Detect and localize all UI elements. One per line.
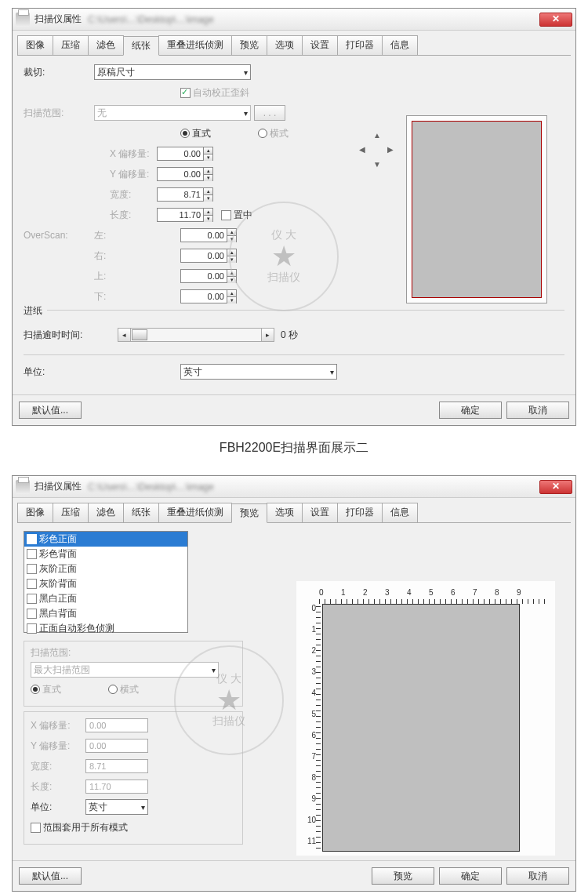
landscape-radio[interactable] xyxy=(108,685,118,694)
length-input[interactable]: 11.70 xyxy=(85,780,148,794)
unit-select[interactable]: 英寸 xyxy=(180,364,337,380)
tab-preview[interactable]: 预览 xyxy=(231,35,267,55)
crop-select[interactable]: 原稿尺寸 xyxy=(94,64,251,80)
length-label: 长度: xyxy=(31,780,85,794)
overscan-top-input[interactable]: 0.00 xyxy=(180,269,227,283)
list-item-label: 灰阶背面 xyxy=(39,577,77,591)
close-button[interactable]: ✕ xyxy=(539,480,572,494)
overscan-top-spinner[interactable]: ▴▾ xyxy=(227,269,237,283)
tab-bar: 图像 压缩 滤色 纸张 重叠进纸侦测 预览 选项 设置 打印器 信息 xyxy=(17,35,571,56)
x-offset-spinner[interactable]: ▴▾ xyxy=(204,147,213,161)
tab-info[interactable]: 信息 xyxy=(382,35,418,55)
nudge-down-icon[interactable]: ▼ xyxy=(373,160,381,169)
mode-listbox[interactable]: 彩色正面彩色背面灰阶正面灰阶背面黑白正面黑白背面正面自动彩色侦测 xyxy=(24,531,188,633)
ok-button[interactable]: 确定 xyxy=(439,867,502,885)
list-item-checkbox[interactable] xyxy=(27,623,37,634)
tab-image[interactable]: 图像 xyxy=(17,35,53,55)
portrait-radio[interactable] xyxy=(31,685,40,694)
length-spinner[interactable]: ▴▾ xyxy=(204,208,213,222)
timeout-slider[interactable]: ◂ ▸ xyxy=(118,328,274,342)
cancel-button[interactable]: 取消 xyxy=(506,867,569,885)
tab-compress[interactable]: 压缩 xyxy=(53,503,89,522)
scan-area-select[interactable]: 最大扫描范围 xyxy=(31,662,219,678)
overscan-bottom-input[interactable]: 0.00 xyxy=(180,289,227,303)
list-item-checkbox[interactable] xyxy=(27,549,37,559)
paper-preview xyxy=(406,115,547,303)
scan-area-browse-button[interactable]: . . . xyxy=(254,105,285,121)
tab-settings[interactable]: 设置 xyxy=(302,503,338,522)
nudge-left-icon[interactable]: ◀ xyxy=(359,145,365,154)
bottom-label: 下: xyxy=(94,290,180,303)
overscan-left-input[interactable]: 0.00 xyxy=(180,228,227,242)
tab-compress[interactable]: 压缩 xyxy=(53,35,89,55)
landscape-radio[interactable] xyxy=(258,129,267,138)
preview-button[interactable]: 预览 xyxy=(372,867,434,885)
list-item-checkbox[interactable] xyxy=(27,579,37,589)
list-item-label: 黑白背面 xyxy=(39,607,77,620)
width-input[interactable]: 8.71 xyxy=(85,759,148,773)
nudge-right-icon[interactable]: ▶ xyxy=(387,145,394,154)
default-button[interactable]: 默认值... xyxy=(19,402,82,419)
list-item-checkbox[interactable] xyxy=(27,564,37,574)
auto-deskew-checkbox[interactable] xyxy=(180,88,191,98)
slider-left-icon[interactable]: ◂ xyxy=(118,329,131,341)
tab-options[interactable]: 选项 xyxy=(267,503,303,522)
tab-printer[interactable]: 打印器 xyxy=(337,35,383,55)
list-item-checkbox[interactable] xyxy=(27,594,37,604)
center-label: 置中 xyxy=(234,209,252,222)
y-offset-input[interactable]: 0.00 xyxy=(85,739,148,753)
unit-select[interactable]: 英寸 xyxy=(85,799,148,815)
list-item-checkbox[interactable] xyxy=(27,534,37,544)
list-item-label: 灰阶正面 xyxy=(39,562,77,576)
overscan-right-spinner[interactable]: ▴▾ xyxy=(227,249,237,263)
unit-label: 单位: xyxy=(24,365,94,379)
list-item[interactable]: 灰阶背面 xyxy=(24,576,187,591)
apply-all-checkbox[interactable] xyxy=(31,823,41,833)
list-item[interactable]: 彩色背面 xyxy=(24,547,187,561)
tab-dropout[interactable]: 滤色 xyxy=(88,35,124,55)
length-input[interactable]: 11.70 xyxy=(157,208,204,222)
cancel-button[interactable]: 取消 xyxy=(506,402,569,419)
path-blurred: C:\Users\…\Desktop\…\image xyxy=(88,482,214,492)
overscan-right-input[interactable]: 0.00 xyxy=(180,249,227,263)
tab-options[interactable]: 选项 xyxy=(267,35,303,55)
portrait-radio[interactable] xyxy=(180,129,190,138)
tab-settings[interactable]: 设置 xyxy=(302,35,338,55)
tab-printer[interactable]: 打印器 xyxy=(337,503,383,522)
tab-dropout[interactable]: 滤色 xyxy=(88,503,124,522)
overscan-bottom-spinner[interactable]: ▴▾ xyxy=(227,289,237,303)
width-input[interactable]: 8.71 xyxy=(157,187,204,202)
tab-info[interactable]: 信息 xyxy=(382,503,418,522)
feed-group-line: 进纸 xyxy=(24,310,564,311)
close-button[interactable]: ✕ xyxy=(539,13,572,27)
slider-right-icon[interactable]: ▸ xyxy=(261,329,274,341)
titlebar: 扫描仪属性 C:\Users\…\Desktop\…\image ✕ xyxy=(13,476,575,498)
list-item[interactable]: 黑白正面 xyxy=(24,591,187,606)
nudge-up-icon[interactable]: ▲ xyxy=(373,131,381,140)
scan-area-select[interactable]: 无 xyxy=(94,105,251,121)
overscan-left-spinner[interactable]: ▴▾ xyxy=(227,228,237,242)
width-spinner[interactable]: ▴▾ xyxy=(204,187,213,202)
tab-multifeed[interactable]: 重叠进纸侦测 xyxy=(158,35,232,55)
tab-paper[interactable]: 纸张 xyxy=(123,36,159,56)
ok-button[interactable]: 确定 xyxy=(439,402,502,419)
center-checkbox[interactable] xyxy=(221,210,231,220)
preview-panel: 彩色正面彩色背面灰阶正面灰阶背面黑白正面黑白背面正面自动彩色侦测 扫描范围: 最… xyxy=(17,528,571,856)
list-item-checkbox[interactable] xyxy=(27,609,37,619)
list-item[interactable]: 灰阶正面 xyxy=(24,561,187,576)
x-offset-label: X 偏移量: xyxy=(31,719,85,732)
ruler-v-ticks xyxy=(316,604,321,849)
x-offset-input[interactable]: 0.00 xyxy=(157,147,204,161)
default-button[interactable]: 默认值... xyxy=(19,867,82,885)
list-item[interactable]: 黑白背面 xyxy=(24,606,187,621)
page-preview[interactable] xyxy=(322,604,520,852)
list-item[interactable]: 彩色正面 xyxy=(24,532,187,547)
x-offset-input[interactable]: 0.00 xyxy=(85,718,148,732)
tab-paper[interactable]: 纸张 xyxy=(123,503,159,522)
tab-preview[interactable]: 预览 xyxy=(231,503,267,523)
y-offset-spinner[interactable]: ▴▾ xyxy=(204,167,213,181)
slider-thumb[interactable] xyxy=(132,329,147,340)
tab-multifeed[interactable]: 重叠进纸侦测 xyxy=(158,503,232,522)
y-offset-input[interactable]: 0.00 xyxy=(157,167,204,181)
tab-image[interactable]: 图像 xyxy=(17,503,53,522)
